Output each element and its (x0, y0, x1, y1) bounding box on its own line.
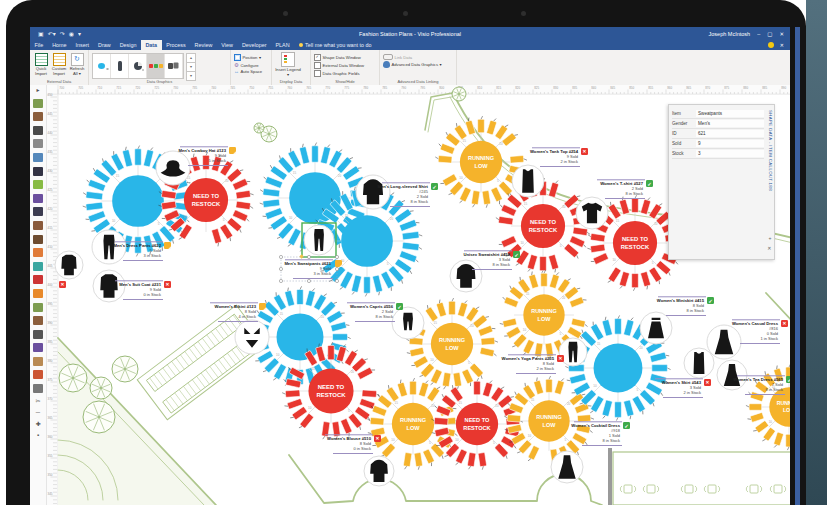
redo-icon[interactable]: ↷ (60, 30, 65, 37)
data-graphic-callout-icon[interactable] (93, 54, 111, 78)
feedback-smiley-icon[interactable] (768, 42, 774, 48)
stencil-shape-icon[interactable] (33, 167, 43, 176)
selection-handle[interactable] (335, 267, 338, 270)
tab-view[interactable]: View (217, 40, 238, 50)
stencil-tool-icon[interactable]: ✂ (35, 398, 40, 405)
configure-button[interactable]: ⚙ Configure (234, 63, 262, 68)
minimize-button[interactable]: – (757, 31, 760, 37)
custom-import-button[interactable]: Custom Import (51, 52, 67, 76)
stencil-tool-icon[interactable]: ✚ (35, 421, 40, 428)
insert-legend-button[interactable]: Insert Legend ▾ (275, 52, 301, 77)
quick-import-button[interactable]: Quick Import (33, 52, 49, 76)
field-value[interactable]: 9 (696, 140, 764, 147)
checkbox-data-graphic-fields[interactable]: Data Graphic Fields (314, 70, 364, 77)
rack-status-label: NEED TO (530, 219, 556, 225)
save-icon[interactable]: ▣ (38, 30, 44, 37)
stencil-shape-icon[interactable] (33, 99, 43, 108)
tab-review[interactable]: Review (190, 40, 217, 50)
tell-me-box[interactable]: Tell me what you want to do (294, 40, 377, 50)
checkbox-shape-data-window[interactable]: ✓Shape Data Window (314, 54, 364, 61)
refresh-all-button[interactable]: ↻ Refresh All ▾ (69, 52, 85, 76)
item-callout[interactable]: Women's Capris #5562 Sold8 in Stock✓ (347, 303, 424, 339)
svg-text:20: 20 (431, 404, 435, 408)
tab-insert[interactable]: Insert (71, 40, 93, 50)
field-value[interactable]: 621 (696, 130, 764, 137)
data-graphics-gallery[interactable] (92, 53, 184, 79)
stencil-shape-icon[interactable] (33, 112, 43, 121)
advanced-data-graphics-button[interactable]: Advanced Data Graphics ▾ (383, 61, 442, 68)
close-icon[interactable]: ✕ (767, 245, 771, 251)
field-value[interactable]: 3 (696, 150, 764, 157)
field-value[interactable]: Men's (696, 120, 764, 127)
expand-icon[interactable]: + (769, 235, 772, 241)
selection-handle[interactable] (279, 255, 282, 258)
tab-design[interactable]: Design (115, 40, 141, 50)
stencil-shape-icon[interactable] (33, 289, 43, 298)
data-graphic-thumbs-icon[interactable] (165, 54, 183, 78)
item-callout[interactable]: Men's Cowboy Hat #1239 Sold5 in Stock (156, 147, 236, 185)
stencil-shape-icon[interactable] (33, 330, 43, 339)
item-callout[interactable]: ✕ (55, 251, 83, 288)
clothing-rack-yellow[interactable]: 5101520RUNNINGLOW (435, 116, 527, 208)
callout-value: 0 in Stock (143, 292, 161, 297)
gallery-scroll-arrows[interactable]: ▴▾▾ (186, 53, 196, 81)
close-ribbon-icon[interactable]: ✕ (780, 42, 784, 48)
data-graphic-bar-icon[interactable] (111, 54, 129, 78)
stencil-tool-icon[interactable]: ▪ (37, 432, 39, 439)
item-callout[interactable]: Women's Miniskirt #4158 Sold8 in Stock✓ (640, 297, 714, 344)
signed-in-user[interactable]: Joseph McIntosh (709, 31, 751, 37)
clothing-rack-red[interactable]: 5101520NEED TORESTOCK (431, 378, 523, 470)
restore-button[interactable]: ▢ (767, 31, 772, 37)
stencil-shape-icon[interactable] (33, 384, 43, 393)
stencil-shape-icon[interactable] (33, 316, 43, 325)
stencil-shape-icon[interactable] (33, 207, 43, 216)
selection-handle[interactable] (335, 255, 338, 258)
selection-handle[interactable] (307, 279, 310, 282)
svg-text:850: 850 (629, 86, 634, 90)
selection-handle[interactable] (279, 267, 282, 270)
tab-plan[interactable]: PLAN (271, 40, 294, 50)
stencil-shape-icon[interactable] (33, 153, 43, 162)
item-callout[interactable]: Unisex Sweatshirt #4583 Sold8 in Stock✓ (450, 251, 520, 292)
stencil-shape-icon[interactable] (33, 357, 43, 366)
field-value[interactable]: Sweatpants (696, 110, 764, 117)
stencil-shape-icon[interactable] (33, 180, 43, 189)
customize-qat-icon[interactable]: ▾ (78, 30, 81, 37)
stencil-shape-icon[interactable] (33, 275, 43, 284)
stencil-shape-icon[interactable] (33, 262, 43, 271)
stencil-shape-icon[interactable] (33, 139, 43, 148)
position-button[interactable]: Position ▾ (234, 54, 262, 61)
stencil-shape-icon[interactable] (33, 194, 43, 203)
stencil-shape-icon[interactable] (33, 235, 43, 244)
checkbox-external-data-window[interactable]: External Data Window (314, 62, 364, 69)
item-callout[interactable]: Women's Tea Dress #5657 Sold8 in Stock✓ (717, 360, 790, 395)
tab-home[interactable]: Home (48, 40, 71, 50)
touch-mode-icon[interactable]: ◉ (69, 30, 74, 37)
tab-process[interactable]: Process (162, 40, 190, 50)
item-callout[interactable]: Men's Suit Coat #2319 Sold0 in Stock✕ (93, 270, 171, 302)
link-data-button[interactable]: Link Data (383, 54, 442, 60)
stencil-shape-icon[interactable] (33, 126, 43, 135)
svg-text:✓: ✓ (708, 298, 713, 304)
tab-draw[interactable]: Draw (94, 40, 116, 50)
item-callout[interactable]: Women's Casual Dress#8160 Sold1 in Stock… (707, 320, 788, 359)
selection-handle[interactable] (279, 279, 282, 282)
close-button[interactable]: ✕ (779, 31, 784, 37)
auto-space-button[interactable]: ↔ Auto Space (234, 69, 262, 74)
stencil-shape-icon[interactable] (33, 343, 43, 352)
data-graphic-status-flags-icon[interactable] (147, 54, 165, 78)
stencil-expand-icon[interactable]: ▸ (36, 87, 39, 94)
tab-data[interactable]: Data (141, 40, 162, 50)
stencil-shape-icon[interactable] (33, 248, 43, 257)
stencil-tool-icon[interactable]: ─ (36, 409, 40, 416)
undo-icon[interactable]: ↶▾ (48, 30, 56, 37)
stencil-shape-icon[interactable] (33, 221, 43, 230)
vertical-ruler[interactable] (47, 85, 58, 505)
stencil-shape-icon[interactable] (33, 303, 43, 312)
tab-file[interactable]: File (30, 40, 48, 50)
selection-handle[interactable] (335, 279, 338, 282)
data-graphic-gauge-icon[interactable] (129, 54, 147, 78)
tab-developer[interactable]: Developer (237, 40, 271, 50)
stencil-shape-icon[interactable] (33, 370, 43, 379)
selection-handle[interactable] (307, 255, 310, 258)
